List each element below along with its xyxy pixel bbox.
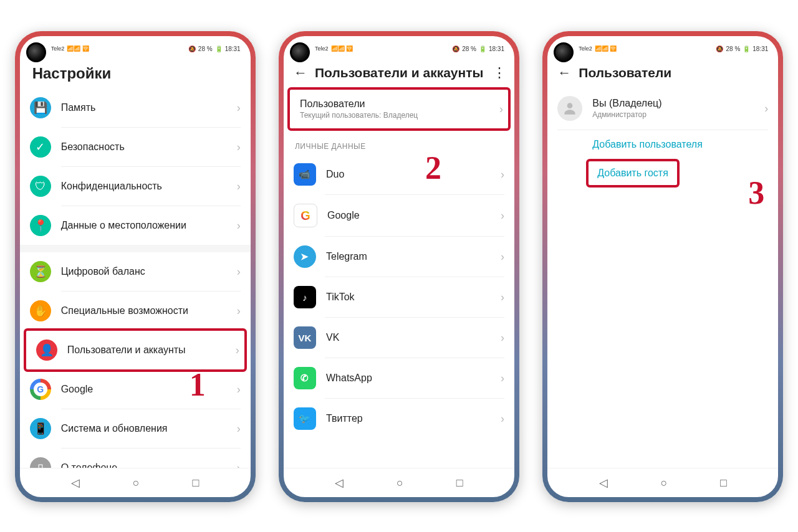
users-sub: Текущий пользователь: Владелец: [300, 111, 489, 120]
app-label: Твиттер: [326, 413, 491, 424]
more-icon[interactable]: ⋮: [493, 65, 504, 81]
row-icon: 💾: [30, 97, 51, 118]
avatar-icon: [557, 96, 582, 121]
account-row-duo[interactable]: 📹Duo›: [284, 154, 514, 194]
nav-recent[interactable]: □: [720, 477, 727, 490]
account-row-whatsapp[interactable]: ✆WhatsApp›: [284, 358, 514, 398]
step-number-1: 1: [190, 366, 206, 403]
row-icon: ⏳: [30, 261, 51, 282]
app-icon: ♪: [294, 286, 316, 308]
row-icon: G: [30, 379, 51, 400]
add-guest-link[interactable]: Добавить гостя: [597, 168, 668, 178]
settings-row-1[interactable]: ✓Безопасность›: [20, 128, 251, 166]
nav-back[interactable]: ◁: [335, 476, 344, 490]
settings-row-7[interactable]: GGoogle›: [20, 370, 251, 409]
chevron-right-icon: ›: [501, 412, 504, 425]
page-header: ← Пользователи и аккаунты ⋮: [284, 57, 514, 87]
row-label: Конфиденциальность: [61, 181, 227, 192]
owner-sub: Администратор: [592, 110, 754, 119]
account-row-vk[interactable]: VKVK›: [284, 318, 514, 358]
settings-row-0[interactable]: 💾Память›: [20, 88, 251, 127]
nav-back[interactable]: ◁: [71, 476, 80, 490]
account-row-твиттер[interactable]: 🐦Твиттер›: [284, 399, 514, 439]
app-label: Google: [327, 210, 491, 221]
row-label: Память: [61, 102, 227, 113]
users-row[interactable]: Пользователи Текущий пользователь: Владе…: [287, 87, 511, 131]
nav-recent[interactable]: □: [192, 477, 199, 490]
chevron-right-icon: ›: [237, 102, 241, 115]
app-icon: VK: [294, 326, 316, 349]
row-icon: ✓: [30, 136, 51, 158]
account-row-telegram[interactable]: ➤Telegram›: [284, 237, 514, 277]
nav-recent[interactable]: □: [456, 477, 463, 490]
page-title: Пользователи: [579, 65, 768, 80]
row-label: Система и обновления: [61, 423, 227, 434]
chevron-right-icon: ›: [499, 103, 503, 116]
settings-row-3[interactable]: 📍Данные о местоположении›: [20, 206, 251, 245]
nav-bar: ◁ ○ □: [20, 468, 251, 497]
row-label: Пользователи и аккаунты: [67, 344, 226, 356]
row-icon: 📍: [30, 215, 51, 236]
app-label: TikTok: [326, 292, 491, 303]
chevron-right-icon: ›: [237, 141, 241, 154]
back-icon[interactable]: ←: [557, 65, 571, 81]
app-icon: ➤: [294, 245, 316, 268]
app-label: WhatsApp: [326, 373, 491, 384]
chevron-right-icon: ›: [501, 291, 504, 304]
owner-label: Вы (Владелец): [592, 98, 754, 109]
app-label: Duo: [326, 169, 491, 180]
add-guest-highlight: Добавить гостя: [586, 159, 680, 188]
phone-frame-3: Tele2 📶📶 🛜 🔕 28 % 🔋 18:31 ← Пользователи…: [542, 31, 783, 502]
status-bar: Tele2 📶📶 🛜 🔕 28 % 🔋 18:31: [284, 36, 514, 57]
settings-row-9[interactable]: ▯О телефоне›: [20, 449, 251, 468]
chevron-right-icon: ›: [237, 422, 241, 435]
back-icon[interactable]: ←: [294, 65, 307, 81]
row-label: Данные о местоположении: [61, 220, 227, 231]
phone-frame-2: Tele2 📶📶 🛜 🔕 28 % 🔋 18:31 ← Пользователи…: [279, 31, 519, 502]
chevron-right-icon: ›: [764, 102, 768, 115]
nav-home[interactable]: ○: [397, 477, 403, 490]
chevron-right-icon: ›: [501, 250, 504, 264]
app-icon: 📹: [294, 163, 316, 186]
settings-row-6[interactable]: 👤Пользователи и аккаунты›: [24, 328, 247, 372]
nav-back[interactable]: ◁: [599, 476, 608, 490]
app-icon: ✆: [294, 367, 316, 389]
app-icon: 🐦: [294, 407, 316, 430]
owner-row[interactable]: Вы (Владелец) Администратор ›: [547, 87, 778, 130]
row-label: Безопасность: [61, 141, 227, 153]
row-label: О телефоне: [61, 462, 227, 468]
status-bar: Tele2 📶📶 🛜 🔕 28 % 🔋 18:31: [20, 36, 251, 57]
camera-cutout: [26, 42, 46, 62]
chevron-right-icon: ›: [237, 219, 241, 232]
phone-frame-1: Tele2 📶📶 🛜 🔕 28 % 🔋 18:31 Настройки 💾Пам…: [15, 31, 256, 502]
add-user-link[interactable]: Добавить пользователя: [547, 130, 778, 159]
account-row-google[interactable]: GGoogle›: [284, 195, 514, 236]
chevron-right-icon: ›: [501, 331, 504, 344]
row-label: Специальные возможности: [61, 305, 227, 316]
status-bar: Tele2 📶📶 🛜 🔕 28 % 🔋 18:31: [547, 36, 778, 57]
svg-point-0: [567, 103, 573, 108]
chevron-right-icon: ›: [501, 372, 504, 385]
row-icon: 🛡: [30, 176, 51, 197]
chevron-right-icon: ›: [237, 383, 241, 396]
settings-row-2[interactable]: 🛡Конфиденциальность›: [20, 167, 251, 206]
settings-row-5[interactable]: ✋Специальные возможности›: [20, 292, 251, 330]
row-icon: ▯: [30, 457, 51, 468]
app-icon: G: [294, 204, 317, 227]
section-label: ЛИЧНЫЕ ДАННЫЕ: [284, 135, 514, 154]
settings-row-8[interactable]: 📱Система и обновления›: [20, 409, 251, 448]
nav-bar: ◁ ○ □: [547, 468, 778, 497]
users-label: Пользователи: [300, 98, 489, 110]
page-title: Пользователи и аккаунты: [315, 65, 485, 80]
chevron-right-icon: ›: [237, 180, 241, 193]
step-number-3: 3: [748, 174, 764, 211]
app-label: Telegram: [326, 251, 491, 262]
nav-home[interactable]: ○: [133, 477, 140, 490]
account-row-tiktok[interactable]: ♪TikTok›: [284, 277, 514, 317]
app-label: VK: [326, 332, 491, 343]
page-title: Настройки: [30, 65, 241, 82]
settings-row-4[interactable]: ⏳Цифровой баланс›: [20, 252, 251, 291]
chevron-right-icon: ›: [501, 209, 504, 222]
row-label: Цифровой баланс: [61, 266, 227, 277]
nav-home[interactable]: ○: [660, 477, 667, 490]
